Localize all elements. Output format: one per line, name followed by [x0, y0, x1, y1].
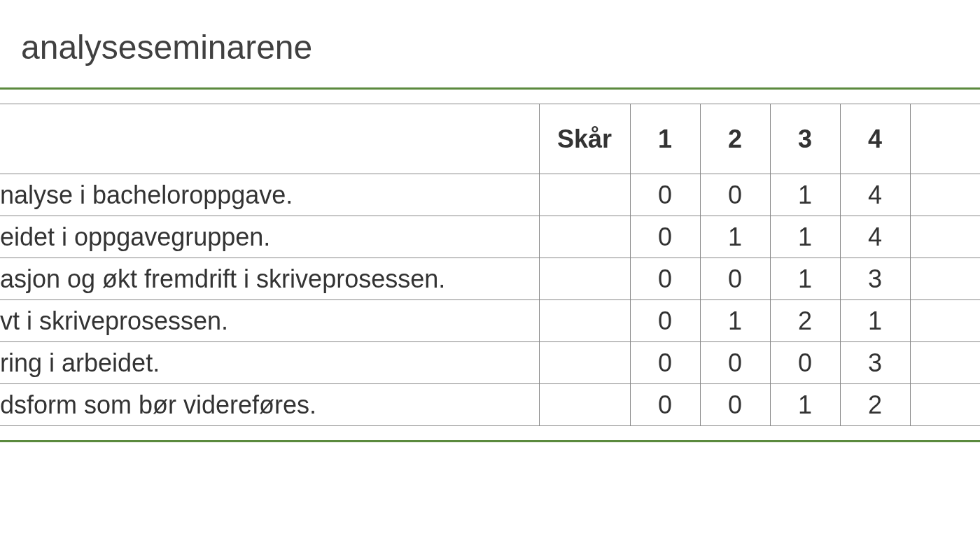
row-val-3: 0 — [770, 342, 840, 384]
row-val-4: 2 — [840, 384, 910, 426]
row-val-5 — [910, 384, 980, 426]
row-val-5 — [910, 342, 980, 384]
row-skar — [539, 258, 630, 300]
row-val-4: 4 — [840, 216, 910, 258]
row-val-4: 4 — [840, 174, 910, 216]
row-val-1: 0 — [630, 300, 700, 342]
row-val-4: 3 — [840, 342, 910, 384]
row-val-1: 0 — [630, 384, 700, 426]
row-label: asjon og økt fremdrift i skriveprosessen… — [0, 258, 539, 300]
row-val-2: 0 — [700, 342, 770, 384]
row-val-1: 0 — [630, 216, 700, 258]
table-row: eidet i oppgavegruppen. 0 1 1 4 — [0, 216, 980, 258]
header-col-2: 2 — [700, 104, 770, 174]
row-val-2: 0 — [700, 174, 770, 216]
divider-bottom — [0, 440, 980, 442]
row-val-4: 3 — [840, 258, 910, 300]
row-val-2: 0 — [700, 384, 770, 426]
row-val-1: 0 — [630, 258, 700, 300]
row-val-3: 2 — [770, 300, 840, 342]
row-val-5 — [910, 258, 980, 300]
table-row: vt i skriveprosessen. 0 1 2 1 — [0, 300, 980, 342]
evaluation-table: Skår 1 2 3 4 nalyse i bacheloroppgave. 0… — [0, 104, 980, 426]
table-header-row: Skår 1 2 3 4 — [0, 104, 980, 174]
row-label: nalyse i bacheloroppgave. — [0, 174, 539, 216]
header-skar: Skår — [539, 104, 630, 174]
row-skar — [539, 384, 630, 426]
row-label: dsform som bør videreføres. — [0, 384, 539, 426]
row-val-5 — [910, 300, 980, 342]
table-row: asjon og økt fremdrift i skriveprosessen… — [0, 258, 980, 300]
header-label — [0, 104, 539, 174]
row-skar — [539, 342, 630, 384]
header-col-1: 1 — [630, 104, 700, 174]
row-val-2: 1 — [700, 300, 770, 342]
row-val-5 — [910, 216, 980, 258]
table-row: dsform som bør videreføres. 0 0 1 2 — [0, 384, 980, 426]
row-label: eidet i oppgavegruppen. — [0, 216, 539, 258]
row-val-3: 1 — [770, 258, 840, 300]
row-val-2: 1 — [700, 216, 770, 258]
header-col-4: 4 — [840, 104, 910, 174]
row-skar — [539, 216, 630, 258]
row-val-3: 1 — [770, 384, 840, 426]
row-val-1: 0 — [630, 342, 700, 384]
row-skar — [539, 300, 630, 342]
page-container: analyseseminarene Skår 1 2 3 4 nalyse i … — [0, 0, 980, 442]
row-val-3: 1 — [770, 216, 840, 258]
header-col-5 — [910, 104, 980, 174]
row-label: vt i skriveprosessen. — [0, 300, 539, 342]
header-col-3: 3 — [770, 104, 840, 174]
divider-top — [0, 87, 980, 90]
row-val-4: 1 — [840, 300, 910, 342]
row-val-3: 1 — [770, 174, 840, 216]
row-val-1: 0 — [630, 174, 700, 216]
table-row: nalyse i bacheloroppgave. 0 0 1 4 — [0, 174, 980, 216]
row-val-2: 0 — [700, 258, 770, 300]
table-row: ring i arbeidet. 0 0 0 3 — [0, 342, 980, 384]
row-label: ring i arbeidet. — [0, 342, 539, 384]
row-skar — [539, 174, 630, 216]
page-title: analyseseminarene — [0, 28, 980, 87]
row-val-5 — [910, 174, 980, 216]
